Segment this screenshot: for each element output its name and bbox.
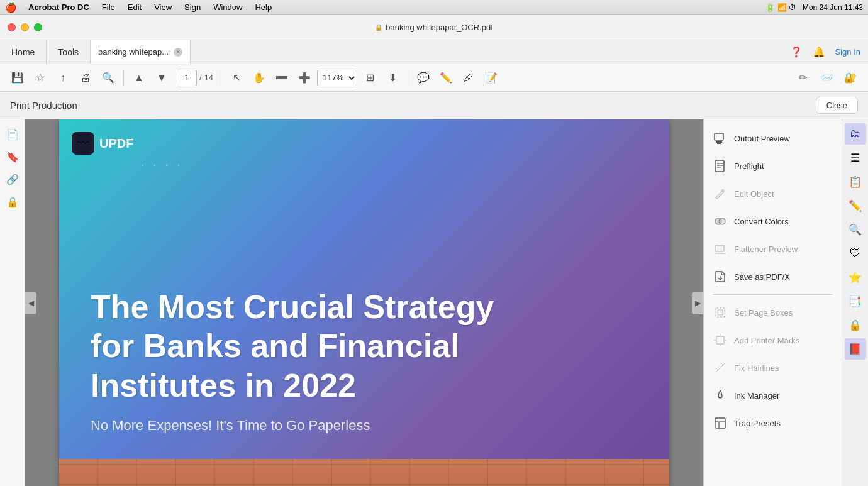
panel-item-convert-colors[interactable]: Convert Colors xyxy=(704,207,842,235)
ink-manager-label: Ink Manager xyxy=(734,391,779,400)
app-menu[interactable]: Acrobat Pro DC xyxy=(23,3,94,12)
help-menu[interactable]: Help xyxy=(250,3,277,12)
protect-button[interactable]: 🔐 xyxy=(840,68,860,88)
add-printer-marks-icon xyxy=(713,333,728,348)
panel-item-ink-manager[interactable]: Ink Manager xyxy=(704,382,842,409)
title-lock-icon: 🔒 xyxy=(375,24,382,31)
panel-item-save-pdfx[interactable]: Save as PDF/X xyxy=(704,263,842,290)
next-page-button[interactable]: ▼ xyxy=(152,68,172,88)
svg-rect-12 xyxy=(716,308,725,317)
view-mode-button[interactable]: ⊞ xyxy=(360,68,380,88)
pdf-title-line1: The Most Crucial Strategy xyxy=(91,287,638,326)
far-right-icon-6[interactable]: 🛡 xyxy=(845,243,866,264)
convert-colors-icon xyxy=(713,214,728,229)
sidebar-item-bookmarks[interactable]: 🔖 xyxy=(3,147,22,166)
hand-tool[interactable]: ✋ xyxy=(249,68,269,88)
far-right-icon-3[interactable]: 📋 xyxy=(845,171,866,192)
find-button[interactable]: 🔍 xyxy=(98,68,118,88)
pdf-title-line2: for Banks and Financial xyxy=(91,326,638,365)
far-right-icon-2[interactable]: ☰ xyxy=(845,147,866,168)
collapse-right-button[interactable]: ▶ xyxy=(692,292,703,314)
edit-menu[interactable]: Edit xyxy=(123,3,147,12)
share-button[interactable]: ↑ xyxy=(53,68,73,88)
send-button[interactable]: 📨 xyxy=(816,68,837,88)
tabs-right: ❓ 🔔 Sign In xyxy=(782,40,868,64)
select-tool[interactable]: ↖ xyxy=(226,68,247,88)
svg-rect-9 xyxy=(715,245,724,251)
svg-rect-19 xyxy=(715,418,725,428)
add-printer-marks-label: Add Printer Marks xyxy=(734,336,799,345)
svg-rect-13 xyxy=(718,310,723,315)
sidebar-item-links[interactable]: 🔗 xyxy=(3,170,22,189)
panel-item-preflight[interactable]: Preflight xyxy=(704,152,842,180)
pdf-page: 〰 UPDF · · · · The Most Crucial Strategy… xyxy=(59,119,669,486)
page-number-input[interactable] xyxy=(177,70,197,86)
svg-rect-14 xyxy=(716,336,724,344)
edit-object-icon xyxy=(713,186,728,201)
help-icon[interactable]: ❓ xyxy=(790,46,803,58)
comment-button[interactable]: 💬 xyxy=(413,68,433,88)
file-menu[interactable]: File xyxy=(97,3,120,12)
zoom-select[interactable]: 117% 100% 75% 150% xyxy=(317,70,357,86)
tab-home[interactable]: Home xyxy=(0,40,47,64)
svg-rect-2 xyxy=(717,143,721,144)
panel-item-flattener-preview: Flattener Preview xyxy=(704,235,842,263)
sidebar-item-security[interactable]: 🔒 xyxy=(3,192,22,211)
prev-page-button[interactable]: ▲ xyxy=(129,68,149,88)
notifications-icon[interactable]: 🔔 xyxy=(813,46,825,58)
far-right-icon-9[interactable]: 🔒 xyxy=(845,314,866,336)
collapse-left-button[interactable]: ◀ xyxy=(25,292,36,314)
fix-hairlines-label: Fix Hairlines xyxy=(734,363,779,373)
menubar-icons: 🔋 📶 ⏱ xyxy=(765,3,796,12)
close-panel-button[interactable]: Close xyxy=(816,97,858,114)
view-menu[interactable]: View xyxy=(149,3,177,12)
toolbar-separator-2 xyxy=(221,70,221,86)
pdf-area: ◀ ▶ 〰 UPDF · · · · The Most Crucial Stra… xyxy=(25,119,703,486)
window-menu[interactable]: Window xyxy=(208,3,247,12)
far-right-icon-4[interactable]: ✏️ xyxy=(845,195,866,216)
toolbar: 💾 ☆ ↑ 🖨 🔍 ▲ ▼ / 14 ↖ ✋ ➖ ➕ 117% 100% 75%… xyxy=(0,64,868,92)
bookmark-button[interactable]: ☆ xyxy=(30,68,50,88)
zoom-in-button[interactable]: ➕ xyxy=(294,68,314,88)
close-window-button[interactable] xyxy=(8,23,16,31)
far-right-icon-8[interactable]: 📑 xyxy=(845,290,866,312)
sign-in-button[interactable]: Sign In xyxy=(835,47,860,57)
panel-item-set-page-boxes: Set Page Boxes xyxy=(704,299,842,326)
set-page-boxes-label: Set Page Boxes xyxy=(734,308,793,318)
far-right-icon-10[interactable]: 📕 xyxy=(845,338,866,360)
preflight-label: Preflight xyxy=(734,162,764,171)
annotate-button[interactable]: ✏️ xyxy=(436,68,456,88)
far-right-icon-5[interactable]: 🔍 xyxy=(845,219,866,240)
save-pdfx-icon xyxy=(713,269,728,284)
far-right-icon-1[interactable]: 🗂 xyxy=(845,123,866,145)
minimize-window-button[interactable] xyxy=(21,23,29,31)
tabs-bar: Home Tools banking whitepap... × ❓ 🔔 Sig… xyxy=(0,40,868,64)
far-right-icon-7[interactable]: ⭐ xyxy=(845,267,866,288)
traffic-lights xyxy=(8,23,42,31)
page-count: 14 xyxy=(204,73,213,82)
page-separator: / xyxy=(199,73,202,82)
scroll-button[interactable]: ⬇ xyxy=(382,68,403,88)
flattener-preview-label: Flattener Preview xyxy=(734,245,798,254)
fullscreen-window-button[interactable] xyxy=(34,23,42,31)
tab-tools[interactable]: Tools xyxy=(47,40,91,64)
pdf-bottom-image xyxy=(59,459,669,486)
forms-button[interactable]: 📝 xyxy=(481,68,501,88)
sidebar-item-pages[interactable]: 📄 xyxy=(3,124,22,143)
stamp-button[interactable]: 🖊 xyxy=(459,68,479,88)
sign-menu[interactable]: Sign xyxy=(179,3,206,12)
panel-item-output-preview[interactable]: Output Preview xyxy=(704,124,842,152)
apple-menu[interactable]: 🍎 xyxy=(5,2,17,13)
main-layout: 📄 🔖 🔗 🔒 ◀ ▶ 〰 UPDF · · · · The Most Cruc… xyxy=(0,119,868,486)
save-button[interactable]: 💾 xyxy=(8,68,28,88)
tab-document[interactable]: banking whitepap... × xyxy=(91,40,191,64)
panel-item-trap-presets[interactable]: Trap Presets xyxy=(704,409,842,437)
tab-close-button[interactable]: × xyxy=(174,48,182,57)
edit-object-label: Edit Object xyxy=(734,189,774,199)
print-button[interactable]: 🖨 xyxy=(75,68,96,88)
pdf-title-line3: Institutes in 2022 xyxy=(91,366,638,405)
svg-point-8 xyxy=(719,218,725,224)
edit-pdf-button[interactable]: ✏ xyxy=(793,68,813,88)
zoom-out-button[interactable]: ➖ xyxy=(272,68,292,88)
svg-rect-1 xyxy=(716,141,722,143)
